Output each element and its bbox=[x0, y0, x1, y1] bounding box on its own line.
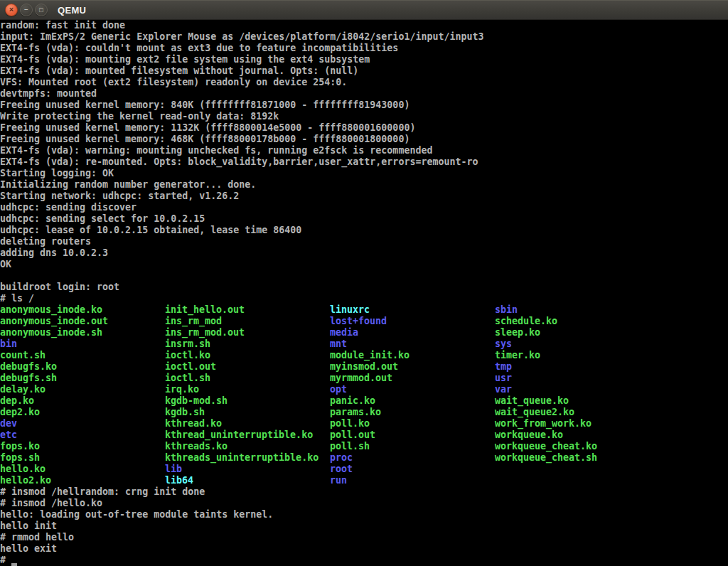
terminal-line: Starting network: udhcpc: started, v1.26… bbox=[0, 191, 728, 202]
file-entry: kthreads_uninterruptible.ko bbox=[165, 452, 330, 464]
terminal-line: devtmpfs: mounted bbox=[0, 88, 728, 100]
terminal-line: adding dns 10.0.2.3 bbox=[0, 247, 728, 259]
terminal-line: devkthread.kopoll.kowork_from_work.ko bbox=[0, 418, 728, 429]
window-titlebar: × − □ QEMU bbox=[0, 0, 728, 20]
file-entry: workqueue_cheat.ko bbox=[495, 441, 660, 452]
terminal-line: OK bbox=[0, 259, 728, 270]
file-entry: myrmmod.out bbox=[330, 373, 495, 384]
directory-entry: bin bbox=[0, 338, 165, 350]
terminal-line: Write protecting the kernel read-only da… bbox=[0, 111, 728, 122]
directory-entry: opt bbox=[330, 384, 495, 395]
directory-entry: usr bbox=[495, 373, 660, 384]
qemu-window: × − □ QEMU random: fast init doneinput: … bbox=[0, 0, 728, 566]
terminal-line: deleting routers bbox=[0, 236, 728, 247]
close-icon: × bbox=[9, 6, 14, 14]
directory-entry: media bbox=[330, 327, 495, 338]
file-entry: init_hello.out bbox=[165, 304, 330, 316]
terminal-line: EXT4-fs (vda): re-mounted. Opts: block_v… bbox=[0, 156, 728, 168]
terminal-line: VFS: Mounted root (ext2 filesystem) read… bbox=[0, 77, 728, 88]
file-entry: poll.sh bbox=[330, 441, 495, 452]
file-entry: workqueue.ko bbox=[495, 429, 660, 441]
close-button[interactable]: × bbox=[5, 4, 18, 16]
terminal-line: count.shioctl.komodule_init.kotimer.ko bbox=[0, 350, 728, 361]
file-entry: wait_queue2.ko bbox=[495, 407, 660, 418]
terminal-line: # insmod /hello.ko bbox=[0, 498, 728, 509]
terminal-line: Freeing unused kernel memory: 840K (ffff… bbox=[0, 100, 728, 111]
file-entry: myinsmod.out bbox=[330, 361, 495, 373]
file-entry: module_init.ko bbox=[330, 350, 495, 361]
minimize-button[interactable]: − bbox=[20, 4, 33, 16]
file-entry: kthread_uninterruptible.ko bbox=[165, 429, 330, 441]
terminal-line: # insmod /hellrandom: crng init done bbox=[0, 486, 728, 498]
terminal-line bbox=[0, 270, 728, 282]
terminal-line: hello.kolibroot bbox=[0, 464, 728, 475]
file-entry: timer.ko bbox=[495, 350, 660, 361]
terminal-line: dep.kokgdb-mod.shpanic.kowait_queue.ko bbox=[0, 395, 728, 407]
directory-entry: root bbox=[330, 464, 495, 475]
file-entry: panic.ko bbox=[330, 395, 495, 407]
directory-entry: tmp bbox=[495, 361, 660, 373]
file-entry: anonymous_inode.ko bbox=[0, 304, 165, 316]
file-entry: fops.sh bbox=[0, 452, 165, 464]
terminal-line: debugfs.koioctl.outmyinsmod.outtmp bbox=[0, 361, 728, 373]
terminal-line: hello init bbox=[0, 520, 728, 532]
terminal-line: Initializing random number generator... … bbox=[0, 179, 728, 191]
file-entry: hello2.ko bbox=[0, 475, 165, 486]
symlink-entry: linuxrc bbox=[330, 304, 495, 316]
file-entry: delay.ko bbox=[0, 384, 165, 395]
terminal-line: udhcpc: sending select for 10.0.2.15 bbox=[0, 213, 728, 225]
file-entry: sleep.ko bbox=[495, 327, 660, 338]
terminal-line: # ls / bbox=[0, 293, 728, 304]
terminal-line: # rmmod hello bbox=[0, 532, 728, 543]
terminal-line: random: fast init done bbox=[0, 20, 728, 31]
directory-entry: mnt bbox=[330, 338, 495, 350]
directory-entry: var bbox=[495, 384, 660, 395]
directory-entry: dev bbox=[0, 418, 165, 429]
file-entry: ioctl.sh bbox=[165, 373, 330, 384]
file-entry: ins_rm_mod.out bbox=[165, 327, 330, 338]
terminal-line: fops.kokthreads.kopoll.shworkqueue_cheat… bbox=[0, 441, 728, 452]
directory-entry: sbin bbox=[495, 304, 660, 316]
directory-entry: lost+found bbox=[330, 316, 495, 327]
terminal-line: dep2.kokgdb.shparams.kowait_queue2.ko bbox=[0, 407, 728, 418]
shell-prompt: # bbox=[0, 555, 11, 565]
file-entry: schedule.ko bbox=[495, 316, 660, 327]
file-entry: ins_rm_mod bbox=[165, 316, 330, 327]
file-entry: kthreads.ko bbox=[165, 441, 330, 452]
file-entry: anonymous_inode.out bbox=[0, 316, 165, 327]
maximize-icon: □ bbox=[39, 7, 43, 14]
terminal-line: Freeing unused kernel memory: 468K (ffff… bbox=[0, 134, 728, 145]
window-title: QEMU bbox=[58, 5, 86, 16]
terminal-output[interactable]: random: fast init doneinput: ImExPS/2 Ge… bbox=[0, 20, 728, 566]
file-entry: insrm.sh bbox=[165, 338, 330, 350]
terminal-line: hello2.kolib64run bbox=[0, 475, 728, 486]
file-entry: ioctl.ko bbox=[165, 350, 330, 361]
file-entry: irq.ko bbox=[165, 384, 330, 395]
file-entry: dep2.ko bbox=[0, 407, 165, 418]
maximize-button[interactable]: □ bbox=[35, 4, 48, 16]
terminal-line: bininsrm.shmntsys bbox=[0, 338, 728, 350]
directory-entry: sys bbox=[495, 338, 660, 350]
file-entry: kthread.ko bbox=[165, 418, 330, 429]
file-entry: fops.ko bbox=[0, 441, 165, 452]
terminal-line: anonymous_inode.koinit_hello.outlinuxrcs… bbox=[0, 304, 728, 316]
terminal-line: # bbox=[0, 555, 728, 566]
file-entry: workqueue_cheat.sh bbox=[495, 452, 660, 464]
terminal-line: EXT4-fs (vda): mounting ext2 file system… bbox=[0, 54, 728, 65]
terminal-cursor bbox=[11, 555, 17, 566]
directory-entry: etc bbox=[0, 429, 165, 441]
file-entry: hello.ko bbox=[0, 464, 165, 475]
terminal-line: debugfs.shioctl.shmyrmmod.outusr bbox=[0, 373, 728, 384]
directory-entry: run bbox=[330, 475, 495, 486]
file-entry: wait_queue.ko bbox=[495, 395, 660, 407]
terminal-line: hello exit bbox=[0, 543, 728, 555]
directory-entry: lib bbox=[165, 464, 330, 475]
minimize-icon: − bbox=[24, 6, 28, 14]
terminal-line: EXT4-fs (vda): mounted filesystem withou… bbox=[0, 65, 728, 77]
symlink-entry: lib64 bbox=[165, 475, 330, 486]
file-entry: poll.out bbox=[330, 429, 495, 441]
file-entry: params.ko bbox=[330, 407, 495, 418]
terminal-line: EXT4-fs (vda): warning: mounting uncheck… bbox=[0, 145, 728, 156]
file-entry: kgdb-mod.sh bbox=[165, 395, 330, 407]
file-entry: poll.ko bbox=[330, 418, 495, 429]
